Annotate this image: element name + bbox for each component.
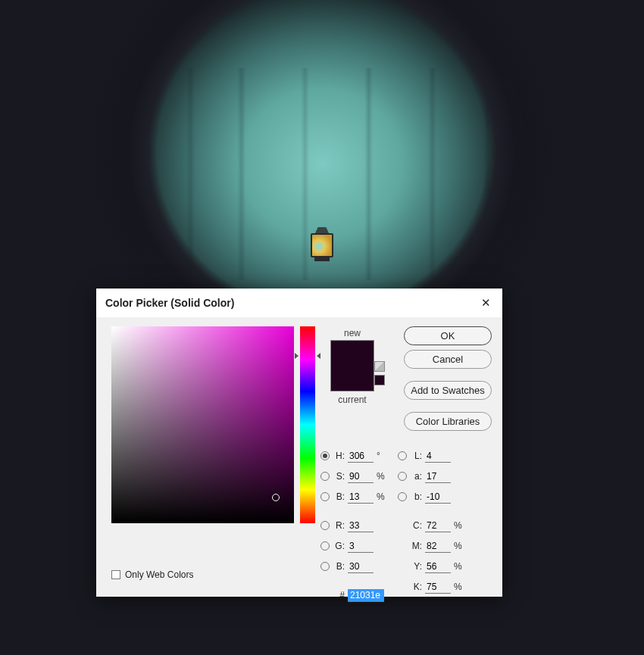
input-hex[interactable] (348, 589, 384, 602)
label-a: a: (410, 471, 422, 482)
swatch-new[interactable] (331, 341, 374, 366)
label-new: new (344, 328, 361, 338)
label-y: Y: (410, 561, 422, 572)
ok-button[interactable]: OK (404, 326, 492, 345)
label-k: K: (410, 582, 422, 592)
label-hex: # (333, 590, 345, 600)
radio-h[interactable] (320, 451, 330, 460)
hsb-rgb-column: H: ° S: % B: % R: (320, 448, 386, 604)
color-swatch (330, 340, 374, 391)
label-current: current (338, 395, 366, 405)
radio-b-hsb[interactable] (320, 492, 330, 501)
input-s[interactable] (348, 470, 374, 483)
radio-g[interactable] (320, 541, 330, 551)
label-r: R: (333, 520, 345, 531)
lab-cmyk-column: L: a: b: C: % (398, 448, 463, 604)
input-g[interactable] (348, 540, 374, 553)
label-m: M: (410, 541, 422, 551)
only-web-colors-label: Only Web Colors (125, 569, 193, 580)
input-l[interactable] (425, 450, 451, 463)
input-y[interactable] (425, 560, 451, 573)
radio-r[interactable] (320, 521, 330, 530)
label-h: H: (333, 451, 345, 461)
swatch-current[interactable] (331, 366, 374, 391)
input-b-rgb[interactable] (348, 560, 374, 573)
radio-b-rgb[interactable] (320, 562, 330, 571)
input-b-hsb[interactable] (348, 491, 374, 504)
color-picker-dialog: Color Picker (Solid Color) ✕ new current (96, 289, 502, 597)
color-libraries-button[interactable]: Color Libraries (404, 412, 492, 431)
label-c: C: (410, 520, 422, 531)
only-web-colors-checkbox[interactable] (111, 570, 120, 579)
label-l: L: (410, 451, 422, 461)
input-b-lab[interactable] (425, 491, 451, 504)
input-a[interactable] (425, 470, 451, 483)
dialog-titlebar[interactable]: Color Picker (Solid Color) ✕ (96, 289, 502, 317)
saturation-value-field[interactable] (111, 326, 294, 523)
dialog-title: Color Picker (Solid Color) (105, 297, 478, 309)
radio-l[interactable] (398, 451, 407, 460)
input-c[interactable] (425, 519, 451, 532)
radio-a[interactable] (398, 472, 407, 481)
input-k[interactable] (425, 581, 451, 594)
sv-cursor (272, 494, 280, 501)
label-b-hsb: B: (333, 491, 345, 502)
add-to-swatches-button[interactable]: Add to Swatches (404, 381, 492, 400)
websafe-swatch[interactable] (374, 375, 385, 385)
label-b-lab: b: (410, 491, 422, 502)
input-m[interactable] (425, 540, 451, 553)
input-r[interactable] (348, 519, 374, 532)
input-h[interactable] (348, 450, 374, 463)
only-web-colors-row: Only Web Colors (111, 569, 193, 580)
hue-slider[interactable] (300, 326, 315, 523)
label-g: G: (333, 541, 345, 551)
radio-s[interactable] (320, 472, 330, 481)
close-button[interactable]: ✕ (478, 296, 493, 310)
label-s: S: (333, 471, 345, 482)
picker-area (111, 326, 315, 523)
gamut-warning-icon[interactable] (374, 361, 385, 372)
radio-b-lab[interactable] (398, 492, 407, 501)
label-b-rgb: B: (333, 561, 345, 572)
cancel-button[interactable]: Cancel (404, 350, 492, 369)
